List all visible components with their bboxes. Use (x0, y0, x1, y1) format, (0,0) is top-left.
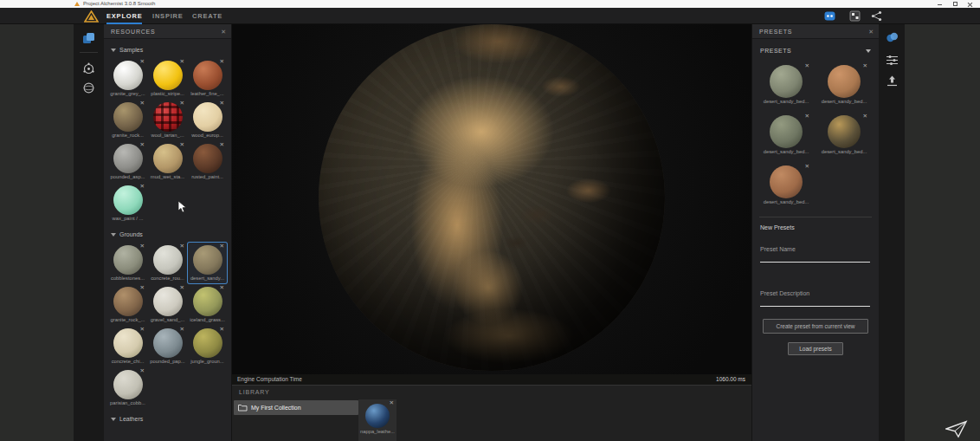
material-item[interactable]: ✕ parisian_cobb... (108, 367, 147, 408)
close-window-button[interactable] (968, 2, 973, 7)
material-sphere-thumbnail[interactable] (113, 102, 143, 132)
material-preview-sphere[interactable] (319, 24, 665, 371)
material-item[interactable]: ✕ gravel_sand_... (148, 284, 187, 325)
remove-item-icon[interactable]: ✕ (220, 58, 224, 65)
close-resources-icon[interactable]: ✕ (221, 24, 227, 39)
material-sphere-thumbnail[interactable] (153, 144, 183, 173)
paper-plane-icon[interactable] (945, 420, 968, 438)
remove-item-icon[interactable]: ✕ (180, 326, 184, 333)
material-item[interactable]: ✕ rusted_paint... (188, 141, 227, 182)
material-sphere-thumbnail[interactable] (193, 328, 222, 358)
material-sphere-thumbnail[interactable] (193, 287, 222, 316)
material-sphere-thumbnail[interactable] (193, 102, 222, 132)
maximize-button[interactable] (953, 2, 957, 6)
material-item[interactable]: ✕ pounded_asp... (108, 141, 147, 182)
material-item[interactable]: ✕ wool_tartan_... (148, 100, 187, 140)
material-item[interactable]: ✕ desert_sandy_bed... (818, 62, 870, 107)
material-item[interactable]: ✕ desert_sandy_bed... (760, 62, 812, 107)
material-item[interactable]: ✕ wood_europ... (188, 100, 227, 140)
material-item[interactable]: ✕ mud_wet_sta... (148, 141, 187, 182)
remove-item-icon[interactable]: ✕ (140, 141, 145, 148)
remove-item-icon[interactable]: ✕ (863, 113, 867, 120)
material-item[interactable]: ✕ desert_sandy... (188, 243, 227, 283)
material-item[interactable]: ✕ desert_sandy_bed... (760, 163, 812, 208)
material-sphere-thumbnail[interactable] (193, 61, 222, 90)
preset-description-field[interactable]: Preset Description (760, 283, 870, 307)
remove-item-icon[interactable]: ✕ (220, 284, 224, 291)
material-sphere-thumbnail[interactable] (828, 115, 861, 148)
preset-name-field[interactable]: Preset Name (760, 239, 870, 263)
remove-item-icon[interactable]: ✕ (180, 100, 184, 107)
material-sphere-thumbnail[interactable] (193, 144, 222, 173)
material-item[interactable]: ✕ jungle_groun... (188, 326, 227, 366)
material-item[interactable]: ✕ granite_rock... (108, 100, 147, 140)
material-sphere-thumbnail[interactable] (113, 61, 143, 90)
material-item[interactable]: ✕ pounded_pap... (148, 326, 187, 366)
material-item[interactable]: ✕ plastic_stripe... (148, 58, 187, 99)
close-presets-icon[interactable]: ✕ (868, 24, 874, 39)
presets-group-header[interactable]: PRESETS (752, 44, 879, 57)
remove-item-icon[interactable]: ✕ (180, 141, 184, 148)
section-samples[interactable]: Samples (104, 43, 231, 56)
material-sphere-thumbnail[interactable] (113, 144, 143, 173)
share-icon[interactable] (871, 10, 882, 22)
material-sphere-thumbnail[interactable] (113, 370, 143, 399)
material-item[interactable]: ✕ desert_sandy_bed... (760, 113, 812, 158)
remove-item-icon[interactable]: ✕ (180, 243, 184, 250)
remove-item-icon[interactable]: ✕ (863, 62, 867, 69)
material-item[interactable]: ✕ granite_grey_... (108, 58, 147, 99)
remove-item-icon[interactable]: ✕ (390, 399, 394, 406)
collection-item[interactable]: My First Collection (234, 400, 358, 415)
material-sphere-thumbnail[interactable] (365, 404, 390, 428)
remove-item-icon[interactable]: ✕ (180, 284, 184, 291)
section-leathers[interactable]: Leathers (104, 412, 231, 425)
material-sphere-thumbnail[interactable] (153, 102, 183, 132)
remove-item-icon[interactable]: ✕ (220, 141, 224, 148)
material-sphere-thumbnail[interactable] (113, 245, 143, 275)
remove-item-icon[interactable]: ✕ (140, 284, 145, 291)
material-sphere-thumbnail[interactable] (770, 65, 803, 98)
material-item[interactable]: ✕ concrete_chi... (108, 326, 147, 366)
remove-item-icon[interactable]: ✕ (805, 113, 809, 120)
remove-item-icon[interactable]: ✕ (805, 163, 809, 170)
layout-icon[interactable] (849, 10, 861, 22)
remove-item-icon[interactable]: ✕ (805, 62, 809, 69)
material-sphere-thumbnail[interactable] (193, 245, 222, 275)
tab-explore[interactable]: EXPLORE (106, 8, 142, 24)
parameters-icon[interactable] (886, 54, 899, 67)
viewer-sphere-icon[interactable] (82, 81, 95, 94)
tab-inspire[interactable]: INSPIRE (152, 8, 184, 24)
remove-item-icon[interactable]: ✕ (140, 183, 145, 190)
material-item[interactable]: ✕ desert_sandy_bed... (818, 113, 870, 158)
remove-item-icon[interactable]: ✕ (140, 58, 145, 65)
section-grounds[interactable]: Grounds (104, 228, 231, 241)
remove-item-icon[interactable]: ✕ (220, 100, 224, 107)
remove-item-icon[interactable]: ✕ (220, 326, 224, 333)
create-preset-button[interactable]: Create preset from current view (763, 319, 868, 334)
export-icon[interactable] (886, 75, 899, 88)
material-sphere-thumbnail[interactable] (153, 328, 183, 358)
remove-item-icon[interactable]: ✕ (180, 58, 184, 65)
tab-create[interactable]: CREATE (192, 8, 222, 24)
material-item[interactable]: ✕ wax_paint / ... (108, 183, 147, 224)
remove-item-icon[interactable]: ✕ (140, 100, 145, 107)
material-sphere-thumbnail[interactable] (770, 115, 803, 148)
remove-item-icon[interactable]: ✕ (140, 326, 145, 333)
material-item[interactable]: ✕ nappa_leathe... (358, 399, 397, 441)
material-sphere-thumbnail[interactable] (113, 328, 143, 358)
material-sphere-thumbnail[interactable] (828, 65, 861, 98)
material-item[interactable]: ✕ granite_rock_... (108, 284, 147, 325)
material-sphere-thumbnail[interactable] (153, 61, 183, 90)
material-sphere-thumbnail[interactable] (153, 287, 183, 316)
minimize-button[interactable] (938, 4, 942, 5)
materials-icon[interactable] (82, 32, 95, 45)
material-item[interactable]: ✕ leather_fine_... (188, 58, 227, 99)
atom-icon[interactable] (82, 62, 95, 75)
3d-viewport[interactable] (232, 24, 751, 374)
material-sphere-thumbnail[interactable] (770, 165, 803, 198)
material-item[interactable]: ✕ iceland_grass... (188, 284, 227, 325)
community-icon[interactable] (824, 10, 835, 22)
load-presets-button[interactable]: Load presets (788, 342, 843, 355)
remove-item-icon[interactable]: ✕ (220, 243, 224, 250)
remove-item-icon[interactable]: ✕ (140, 367, 145, 374)
